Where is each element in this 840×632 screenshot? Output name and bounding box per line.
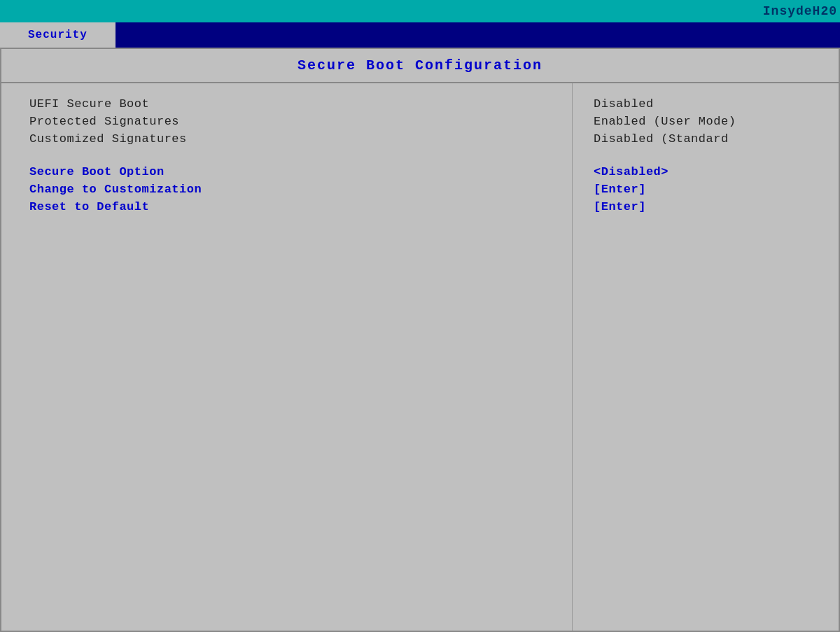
security-tab[interactable]: Security: [0, 22, 115, 48]
content-layout: UEFI Secure Boot Protected Signatures Cu…: [1, 83, 839, 631]
customized-signatures-label: Customized Signatures: [29, 132, 187, 146]
customized-signatures-row: Customized Signatures: [29, 132, 544, 146]
protected-signatures-row: Protected Signatures: [29, 115, 544, 128]
customized-value-row: Disabled (Standard: [594, 132, 818, 146]
reset-default-value-row[interactable]: [Enter]: [594, 200, 818, 213]
main-content: Secure Boot Configuration UEFI Secure Bo…: [0, 48, 840, 632]
gap-1: [29, 150, 544, 165]
reset-to-default-label[interactable]: Reset to Default: [29, 200, 149, 213]
reset-to-default-row[interactable]: Reset to Default: [29, 200, 544, 213]
left-panel: UEFI Secure Boot Protected Signatures Cu…: [1, 83, 573, 631]
uefi-secure-boot-value: Disabled: [594, 97, 654, 111]
uefi-secure-boot-label: UEFI Secure Boot: [29, 97, 149, 111]
protected-signatures-label: Protected Signatures: [29, 115, 179, 128]
change-to-customization-row[interactable]: Change to Customization: [29, 183, 544, 196]
customized-signatures-value: Disabled (Standard: [594, 132, 729, 146]
uefi-value-row: Disabled: [594, 97, 818, 111]
top-stripe: InsydeH20: [0, 0, 840, 22]
bios-screen: InsydeH20 Security Secure Boot Configura…: [0, 0, 840, 632]
protected-signatures-value: Enabled (User Mode): [594, 115, 736, 128]
change-customization-value-row[interactable]: [Enter]: [594, 183, 818, 196]
gap-2: [594, 150, 818, 165]
uefi-secure-boot-row: UEFI Secure Boot: [29, 97, 544, 111]
tab-row: Security: [0, 22, 840, 48]
section-title-bar: Secure Boot Configuration: [1, 49, 839, 83]
secure-boot-option-value[interactable]: <Disabled>: [594, 165, 668, 178]
bios-brand: InsydeH20: [763, 4, 840, 18]
secure-boot-option-row[interactable]: Secure Boot Option: [29, 165, 544, 178]
section-title: Secure Boot Configuration: [298, 57, 542, 73]
change-to-customization-label[interactable]: Change to Customization: [29, 183, 202, 196]
secure-boot-option-label[interactable]: Secure Boot Option: [29, 165, 164, 178]
change-customization-value[interactable]: [Enter]: [594, 183, 646, 196]
protected-value-row: Enabled (User Mode): [594, 115, 818, 128]
secure-boot-option-value-row[interactable]: <Disabled>: [594, 165, 818, 178]
reset-default-value[interactable]: [Enter]: [594, 200, 646, 213]
right-panel: Disabled Enabled (User Mode) Disabled (S…: [573, 83, 839, 631]
